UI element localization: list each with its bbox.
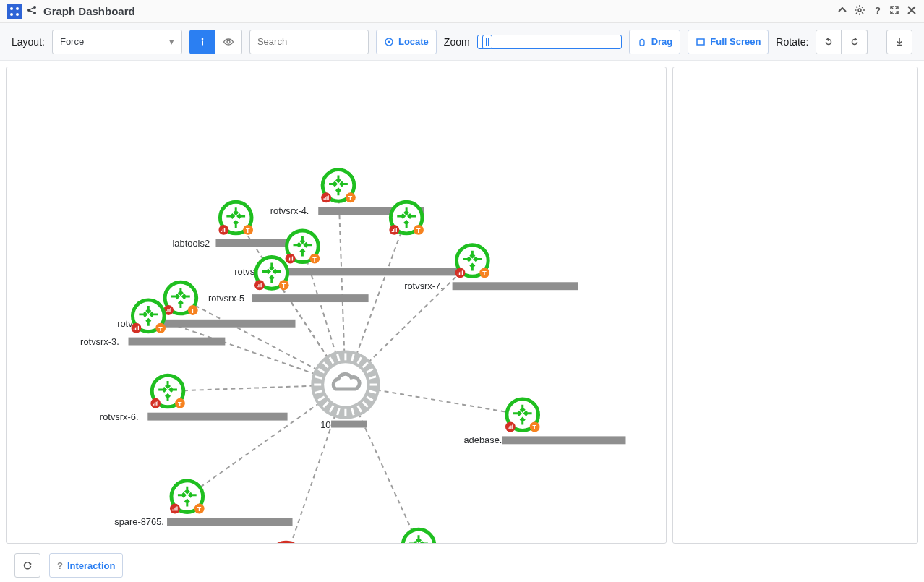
graph-node[interactable] [389, 202, 424, 235]
interaction-button[interactable]: ? Interaction [49, 553, 123, 578]
bottom-bar: ? Interaction [0, 549, 924, 581]
zoom-thumb[interactable] [482, 35, 492, 49]
svg-point-17 [202, 38, 204, 40]
redacted-label [147, 413, 287, 421]
svg-text:?: ? [875, 5, 881, 15]
network-graph[interactable]: T 10 rotvsrx-4.labtools2rotvsrx-2.rotvsr… [7, 67, 666, 543]
help-icon[interactable]: ? [872, 5, 882, 17]
expand-icon[interactable] [889, 5, 899, 17]
svg-line-13 [862, 12, 863, 14]
center-hub[interactable]: 10 [311, 350, 380, 429]
zoom-slider[interactable] [477, 35, 622, 49]
center-label: 10 [320, 419, 330, 430]
page-title: Graph Dashboard [43, 5, 837, 17]
close-icon[interactable] [907, 5, 917, 17]
graph-panel[interactable]: T 10 rotvsrx-4.labtools2rotvsrx-2.rotvsr… [6, 67, 667, 544]
info-button[interactable] [189, 30, 215, 54]
redacted-label [161, 320, 295, 328]
node-label: rotvsrx-5 [208, 293, 244, 304]
graph-node[interactable]: adebase. [463, 399, 625, 445]
svg-rect-22 [697, 39, 704, 45]
svg-line-12 [856, 7, 857, 8]
layout-value: Force [60, 36, 84, 47]
graph-node[interactable]: rotvsrx-5 [208, 257, 369, 304]
svg-point-21 [388, 40, 390, 43]
zoom-label: Zoom [444, 36, 470, 48]
search-input[interactable] [249, 30, 369, 54]
svg-point-2 [10, 13, 13, 16]
layout-label: Layout: [12, 36, 45, 48]
svg-point-1 [16, 7, 19, 10]
window-titlebar: Graph Dashboard ? [0, 0, 924, 23]
collapse-icon[interactable] [837, 5, 847, 17]
svg-point-3 [16, 13, 19, 16]
svg-rect-54 [331, 421, 367, 428]
details-panel [672, 67, 918, 544]
svg-line-15 [856, 12, 857, 14]
node-label: rotvsrx-4. [270, 205, 309, 216]
svg-line-14 [862, 7, 863, 8]
graph-node[interactable]: rotvsrx-6. [100, 375, 288, 421]
drag-button[interactable]: Drag [629, 30, 681, 54]
svg-point-7 [858, 9, 861, 12]
graph-node[interactable]: rotvsrx-1. [351, 529, 530, 543]
node-label: adebase. [463, 435, 502, 445]
share-icon [26, 4, 38, 18]
redacted-label [453, 282, 578, 290]
redacted-label [252, 294, 369, 302]
graph-node[interactable]: spare-8765. [114, 481, 292, 527]
svg-point-19 [227, 40, 230, 43]
node-label: rotvsrx-3. [80, 336, 119, 347]
rotate-label: Rotate: [776, 36, 808, 48]
redacted-label [167, 518, 292, 526]
chevron-down-icon: ▾ [169, 36, 174, 47]
node-label: rotvsrx-7. [404, 281, 443, 291]
app-icon [7, 4, 22, 19]
redacted-label [283, 268, 463, 275]
rotate-ccw-button[interactable] [816, 30, 842, 54]
svg-rect-18 [202, 40, 203, 45]
rotate-cw-button[interactable] [842, 30, 868, 54]
refresh-button[interactable] [14, 553, 40, 578]
redacted-label [129, 338, 226, 346]
fullscreen-button[interactable]: Full Screen [688, 30, 769, 54]
node-label: labtools2 [172, 238, 210, 249]
download-button[interactable] [886, 30, 912, 54]
svg-point-0 [10, 7, 13, 10]
visibility-button[interactable] [215, 30, 242, 54]
graph-node[interactable]: spare. [236, 542, 317, 543]
gear-icon[interactable] [855, 5, 865, 17]
node-label: spare-8765. [114, 516, 164, 527]
locate-button[interactable]: Locate [376, 30, 437, 54]
layout-dropdown[interactable]: Force ▾ [52, 30, 182, 54]
redacted-label [502, 436, 626, 444]
content-area: T 10 rotvsrx-4.labtools2rotvsrx-2.rotvsr… [0, 61, 924, 549]
toolbar: Layout: Force ▾ Locate Zoom Drag Full Sc… [0, 23, 924, 61]
node-label: rotvsrx-6. [100, 411, 139, 422]
